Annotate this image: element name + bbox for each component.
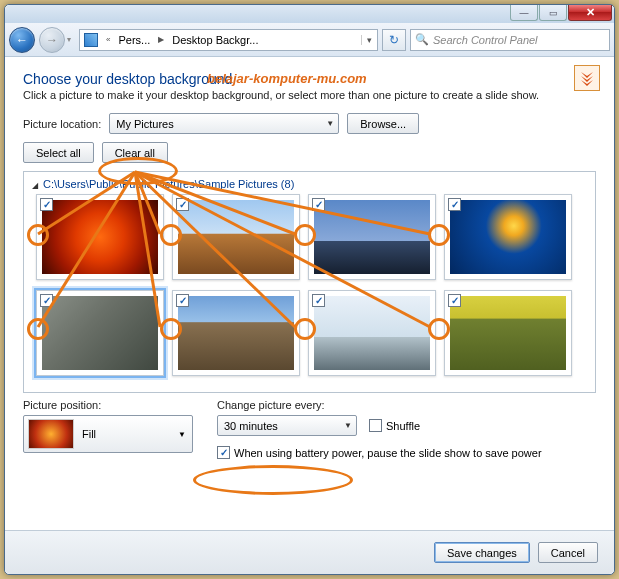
titlebar: — ▭ ✕ xyxy=(5,5,614,23)
address-dropdown-icon[interactable]: ▾ xyxy=(361,35,377,45)
refresh-icon: ↻ xyxy=(389,33,399,47)
collapse-triangle-icon[interactable]: ◢ xyxy=(32,181,38,190)
cancel-button[interactable]: Cancel xyxy=(538,542,598,563)
thumbnail-image xyxy=(450,200,566,274)
picture-position-dropdown[interactable]: Fill ▼ xyxy=(23,415,193,453)
content: belajar-komputer-mu.com Choose your desk… xyxy=(5,57,614,530)
breadcrumb-prev-icon[interactable]: « xyxy=(102,30,114,50)
address-bar[interactable]: « Pers... ▶ Desktop Backgr... ▾ xyxy=(79,29,378,51)
annotation-circle xyxy=(27,224,49,246)
picture-thumbnail-tulips[interactable]: ✓ xyxy=(444,290,572,376)
picture-location-value: My Pictures xyxy=(116,118,173,130)
page-subtext: Click a picture to make it your desktop … xyxy=(23,89,596,101)
minimize-button[interactable]: — xyxy=(510,5,538,21)
picture-position-value: Fill xyxy=(82,428,96,440)
shuffle-label: Shuffle xyxy=(386,420,420,432)
chevron-right-icon: ▶ xyxy=(154,30,168,50)
checkbox-icon: ✓ xyxy=(217,446,230,459)
picture-gallery: ◢ C:\Users\Public\Public Pictures\Sample… xyxy=(23,171,596,393)
picture-position-label: Picture position: xyxy=(23,399,193,411)
battery-checkbox[interactable]: ✓ When using battery power, pause the sl… xyxy=(217,446,596,459)
dropdown-arrow-icon: ▼ xyxy=(344,421,352,430)
annotation-circle xyxy=(294,224,316,246)
picture-thumbnail-rocks[interactable]: ✓ xyxy=(172,290,300,376)
thumbnail-image xyxy=(314,296,430,370)
thumbnail-checkbox[interactable]: ✓ xyxy=(40,198,53,211)
annotation-circle xyxy=(160,224,182,246)
breadcrumb-2[interactable]: Desktop Backgr... xyxy=(168,30,262,50)
arrow-left-icon: ← xyxy=(16,33,28,47)
picture-thumbnail-flower[interactable]: ✓ xyxy=(36,194,164,280)
thumbnail-checkbox[interactable]: ✓ xyxy=(176,198,189,211)
footer: Save changes Cancel xyxy=(5,530,614,574)
shuffle-checkbox[interactable]: Shuffle xyxy=(369,419,420,432)
change-every-label: Change picture every: xyxy=(217,399,596,411)
nav-history-dropdown[interactable]: ▾ xyxy=(67,35,71,44)
watermark-text: belajar-komputer-mu.com xyxy=(207,71,367,86)
change-interval-value: 30 minutes xyxy=(224,420,278,432)
search-input[interactable]: 🔍 Search Control Panel xyxy=(410,29,610,51)
thumbnail-image xyxy=(178,296,294,370)
maximize-button[interactable]: ▭ xyxy=(539,5,567,21)
thumbnail-checkbox[interactable]: ✓ xyxy=(176,294,189,307)
picture-thumbnail-penguins[interactable]: ✓ xyxy=(308,290,436,376)
annotation-ellipse xyxy=(193,465,353,495)
annotation-circle xyxy=(428,318,450,340)
thumbnail-image xyxy=(42,296,158,370)
search-icon: 🔍 xyxy=(415,33,429,46)
picture-location-dropdown[interactable]: My Pictures ▼ xyxy=(109,113,339,134)
window: — ▭ ✕ ← → ▾ « Pers... ▶ Desktop Backgr..… xyxy=(4,4,615,575)
location-label: Picture location: xyxy=(23,118,101,130)
thumbnail-image xyxy=(314,200,430,274)
dropdown-arrow-icon: ▼ xyxy=(326,119,334,128)
picture-thumbnail-lighthouse[interactable]: ✓ xyxy=(308,194,436,280)
annotation-circle xyxy=(294,318,316,340)
dropdown-arrow-icon: ▼ xyxy=(178,430,186,439)
watermark-icon xyxy=(574,65,600,91)
thumbnail-image xyxy=(178,200,294,274)
position-preview-icon xyxy=(28,419,74,449)
close-button[interactable]: ✕ xyxy=(568,5,612,21)
annotation-ellipse xyxy=(98,157,178,185)
nav-back-button[interactable]: ← xyxy=(9,27,35,53)
change-interval-dropdown[interactable]: 30 minutes ▼ xyxy=(217,415,357,436)
annotation-circle xyxy=(428,224,450,246)
checkbox-icon xyxy=(369,419,382,432)
picture-thumbnail-koala[interactable]: ✓ xyxy=(36,290,164,376)
thumbnail-image xyxy=(42,200,158,274)
thumbnail-checkbox[interactable]: ✓ xyxy=(40,294,53,307)
annotation-circle xyxy=(160,318,182,340)
thumbnail-checkbox[interactable]: ✓ xyxy=(312,198,325,211)
search-placeholder: Search Control Panel xyxy=(433,34,538,46)
annotation-circle xyxy=(27,318,49,340)
refresh-button[interactable]: ↻ xyxy=(382,29,406,51)
select-all-button[interactable]: Select all xyxy=(23,142,94,163)
browse-button[interactable]: Browse... xyxy=(347,113,419,134)
nav-forward-button[interactable]: → xyxy=(39,27,65,53)
save-changes-button[interactable]: Save changes xyxy=(434,542,530,563)
navbar: ← → ▾ « Pers... ▶ Desktop Backgr... ▾ ↻ … xyxy=(5,23,614,57)
location-icon xyxy=(84,33,98,47)
battery-label: When using battery power, pause the slid… xyxy=(234,447,542,459)
thumbnail-checkbox[interactable]: ✓ xyxy=(448,198,461,211)
breadcrumb-1[interactable]: Pers... xyxy=(114,30,154,50)
picture-thumbnail-jelly[interactable]: ✓ xyxy=(444,194,572,280)
picture-thumbnail-desert[interactable]: ✓ xyxy=(172,194,300,280)
thumbnail-checkbox[interactable]: ✓ xyxy=(312,294,325,307)
arrow-right-icon: → xyxy=(46,33,58,47)
thumbnail-image xyxy=(450,296,566,370)
thumbnail-checkbox[interactable]: ✓ xyxy=(448,294,461,307)
